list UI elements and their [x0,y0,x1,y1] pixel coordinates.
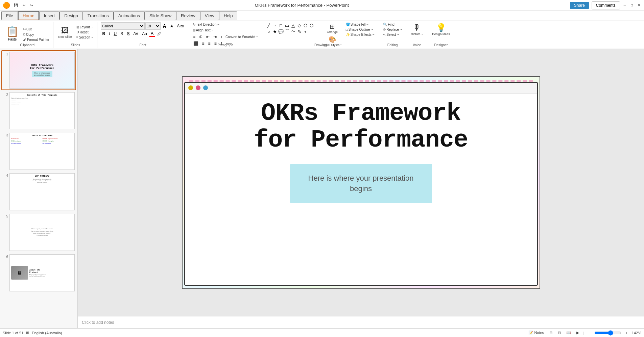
font-name-select[interactable]: Calibri [101,22,145,30]
shape-rounded-rect[interactable]: ▭ [284,22,290,28]
shape-rect[interactable]: □ [278,22,284,28]
shape-freeform[interactable]: 〜 [290,28,296,34]
paste-button[interactable]: 📋 Paste [4,24,21,43]
reading-view-button[interactable]: 📖 [565,331,572,335]
text-direction-button[interactable]: ⇆ Text Direction ~ [192,22,220,27]
reset-button[interactable]: ↺ Reset [75,30,94,34]
group-drawing: ╱ → □ ▭ △ ◇ ⬠ ⬡ ○ ★ 💬 ⌒ 〜 ✎ ▾ [263,22,378,48]
line-spacing-button[interactable]: ↕ [219,34,224,40]
shapes-more[interactable]: ▾ [302,28,308,34]
shape-diamond[interactable]: ◇ [296,22,302,28]
cut-button[interactable]: ✂ Cut [22,27,50,31]
shape-fill-button[interactable]: 🪣 Shape Fill ~ [345,22,376,27]
paragraph-label: Paragraph [189,43,262,47]
tab-view[interactable]: View [200,11,219,20]
new-slide-button[interactable]: 🖼 New Slide [57,26,73,39]
char-spacing-button[interactable]: AV [132,31,140,37]
browser-dot-blue [203,85,208,90]
tab-design[interactable]: Design [59,11,82,20]
shape-hexagon[interactable]: ⬡ [308,22,314,28]
dictate-button[interactable]: 🎙 Dictate ~ [409,22,424,36]
layout-button[interactable]: ⊞ Layout ~ [75,25,94,29]
minimize-button[interactable]: ─ [623,3,627,7]
undo-button[interactable]: ↩ [22,3,26,7]
slide-thumb-5[interactable]: 5 "This is a quote, words full of wisdom… [1,212,76,252]
tab-help[interactable]: Help [219,11,238,20]
zoom-separator: | [583,331,584,335]
comments-button[interactable]: Comments [592,1,620,9]
slide-sorter-button[interactable]: ⊟ [556,331,562,335]
zoom-in-button[interactable]: + [624,331,629,335]
copy-icon: ⧉ [23,32,25,36]
tab-slide-show[interactable]: Slide Show [145,11,176,20]
zoom-out-button[interactable]: − [587,331,592,335]
shape-curve[interactable]: ⌒ [284,28,290,34]
notes-button[interactable]: 📝 Notes [527,331,545,335]
shape-effects-button[interactable]: ✨ Shape Effects ~ [345,32,376,37]
slideshow-button[interactable]: ▶ [575,331,580,335]
shadow-button[interactable]: S [125,31,131,37]
shape-pentagon[interactable]: ⬠ [302,22,308,28]
shape-star[interactable]: ★ [272,28,278,34]
slide-thumb-3[interactable]: 3 Table of Contents 01 Definition 04 OKR… [1,131,76,171]
slide-subtitle-box[interactable]: Here is where your presentation begins [290,164,432,204]
numbering-button[interactable]: ① [197,34,204,40]
shape-line[interactable]: ╱ [266,22,272,28]
slide-thumb-4[interactable]: 4 Our Company Mercury is the closest pla… [1,172,76,212]
decrease-indent-button[interactable]: ⇤ [205,34,211,40]
align-text-button[interactable]: ⊟ Align Text ~ [192,28,215,32]
strikethrough-button[interactable]: S [119,31,125,37]
grow-font-button[interactable]: A [161,23,168,29]
convert-smartart-button[interactable]: Convert to SmartArt ~ [224,34,259,40]
normal-view-button[interactable]: ⊞ [548,331,554,335]
shape-outline-button[interactable]: □ Shape Outline ~ [345,27,376,32]
clear-format-button[interactable]: A⌫ [175,23,185,29]
italic-button[interactable]: I [107,31,112,37]
shape-triangle[interactable]: △ [290,22,296,28]
bullets-button[interactable]: ≡ [192,34,197,40]
shape-scribble[interactable]: ✎ [296,28,302,34]
notes-bar[interactable]: Click to add notes [78,316,644,328]
arrange-button[interactable]: ⊞ Arrange [321,22,343,34]
slide-main-title[interactable]: OKRs Framework for Performance [254,100,468,154]
close-button[interactable]: ✕ [637,3,641,7]
increase-indent-button[interactable]: ⇥ [212,34,218,40]
font-size-select[interactable]: 18 [145,22,161,30]
find-button[interactable]: 🔍 Find [382,22,403,27]
maximize-button[interactable]: □ [630,3,634,7]
share-button[interactable]: Share [570,2,589,9]
bold-button[interactable]: B [101,31,107,37]
save-button[interactable]: 💾 [13,3,19,7]
redo-button[interactable]: ↪ [29,3,34,7]
format-painter-button[interactable]: 🖌 Format Painter [22,37,50,42]
underline-button[interactable]: U [112,31,119,37]
case-button[interactable]: Aa [140,31,149,37]
slide-subtitle-text: Here is where your presentation begins [304,173,419,194]
zoom-slider[interactable] [594,330,621,336]
slide-thumb-2[interactable]: 2 Contents of This Template Start with a… [1,91,76,131]
slide-num-5: 5 [3,214,8,218]
shape-oval[interactable]: ○ [266,28,272,34]
section-button[interactable]: ≡ Section ~ [75,35,94,40]
tab-review[interactable]: Review [176,11,200,20]
tab-animations[interactable]: Animations [114,11,145,20]
tab-transitions[interactable]: Transitions [83,11,114,20]
font-label: Font [98,43,188,47]
tab-home[interactable]: Home [18,11,39,20]
font-color-button[interactable]: A [149,30,155,37]
highlight-button[interactable]: 🖊 [156,31,163,37]
replace-button[interactable]: ⟳ Replace ~ [382,27,403,32]
browser-dot-red [196,85,200,90]
effects-icon: ✨ [346,33,350,36]
copy-button[interactable]: ⧉ Copy [22,32,50,37]
slide-thumb-6[interactable]: 6 🖥 About theProject Mercury is the clos… [1,253,76,293]
slide-thumb-1[interactable]: 1 OKRs Frameworkfor Performance Here is … [1,50,76,90]
select-button[interactable]: ↖ Select ~ [382,32,403,37]
tab-insert[interactable]: Insert [39,11,60,20]
shrink-font-button[interactable]: A [169,23,175,29]
tab-file[interactable]: File [1,11,18,20]
design-ideas-button[interactable]: 💡 Design Ideas [431,22,451,36]
slide-canvas[interactable]: OKRs Framework for Performance Here is w… [182,76,540,289]
shape-arrow[interactable]: → [272,22,278,28]
shape-callout[interactable]: 💬 [278,28,284,34]
